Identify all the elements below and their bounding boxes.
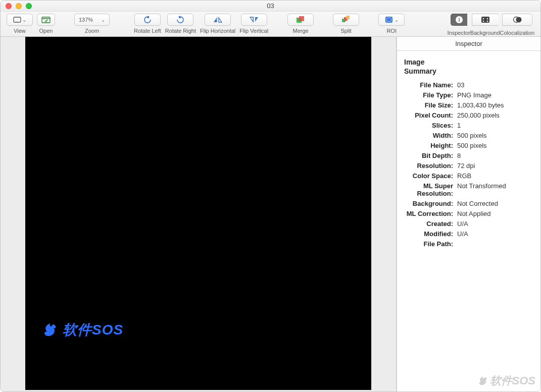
view-button[interactable]: ⌄ [7,14,33,26]
split-tool: Split [333,14,359,34]
flip-vertical-icon [249,16,259,23]
flip-horizontal-icon [213,16,223,23]
label-background: Background: [404,200,457,207]
flip-v-label: Flip Vertical [239,28,268,34]
svg-point-17 [516,17,521,23]
value-resolution: 72 dpi [457,162,533,170]
value-width: 500 pixels [457,132,533,139]
content-area: 软件SOS Inspector Image Summary File Name:… [1,37,540,391]
canvas-area[interactable]: 软件SOS [1,37,397,391]
merge-tool: Merge [287,14,314,34]
background-tool: Background [470,14,500,36]
roi-icon [385,16,393,23]
rotate-left-tool: Rotate Left [134,14,161,34]
chevron-down-icon: ⌄ [101,17,105,23]
label-height: Height: [404,142,457,149]
inspector-button[interactable]: i [451,14,467,26]
zoom-label: Zoom [85,28,99,34]
label-ml-super: ML SuperResolution: [404,182,457,197]
roi-tool: ⌄ ROI [378,14,405,34]
flip-horizontal-button[interactable] [205,14,231,26]
open-label: Open [39,28,53,34]
rotate-right-label: Rotate Right [165,28,196,34]
view-label: View [14,28,26,34]
colocalization-tool: Colocalization [500,14,534,36]
svg-rect-0 [14,17,21,22]
inspector-tab[interactable]: Inspector [397,37,540,51]
label-width: Width: [404,132,457,139]
rotate-left-label: Rotate Left [134,28,161,34]
label-color-space: Color Space: [404,172,457,180]
titlebar: 03 [1,1,540,12]
value-pixel-count: 250,000 pixels [457,111,533,119]
label-ml-correction: ML Correction: [404,210,457,217]
label-pixel-count: Pixel Count: [404,111,457,119]
svg-rect-11 [481,17,489,23]
background-icon [481,16,490,23]
view-icon [13,17,21,23]
rotate-right-icon [176,16,185,24]
value-slices: 1 [457,122,533,129]
inspector-sidebar: Inspector Image Summary File Name:03 Fil… [397,37,540,391]
value-created: U/A [457,220,533,228]
value-ml-super: Not Transformed [457,182,533,190]
value-modified: U/A [457,230,533,238]
value-height: 500 pixels [457,142,533,149]
panel-heading-summary: Summary [404,67,533,75]
inspector-panel: Image Summary File Name:03 File Type:PNG… [397,51,540,250]
value-background: Not Corrected [457,200,533,207]
value-color-space: RGB [457,172,533,180]
svg-point-12 [482,18,484,20]
panel-heading-image: Image [404,58,533,66]
zoom-button[interactable]: 137% ⌄ [74,14,110,26]
colocalization-button[interactable] [502,14,532,26]
label-slices: Slices: [404,122,457,129]
rotate-left-button[interactable] [134,14,161,26]
swirl-icon [42,322,58,338]
rotate-right-button[interactable] [167,14,193,26]
value-file-size: 1,003,430 bytes [457,101,533,109]
inspector-tab-label: Inspector [455,40,482,47]
chevron-down-icon: ⌄ [21,17,27,23]
label-file-size: File Size: [404,101,457,109]
label-file-path: File Path: [404,240,457,248]
inspector-tool: i Inspector [448,14,470,36]
svg-point-13 [486,18,488,20]
canvas-watermark: 软件SOS [42,320,123,340]
flip-vertical-button[interactable] [241,14,267,26]
window-title: 03 [1,2,540,10]
roi-label: ROI [386,28,397,34]
svg-point-15 [486,21,488,22]
label-resolution: Resolution: [404,162,457,170]
image-canvas: 软件SOS [25,37,371,390]
property-list: File Name:03 File Type:PNG Image File Si… [404,81,533,248]
flip-h-tool: Flip Horizontal [200,14,235,34]
svg-rect-3 [299,16,304,21]
open-tool: Open [37,14,55,34]
label-modified: Modified: [404,230,457,238]
merge-label: Merge [293,28,309,34]
flip-h-label: Flip Horizontal [200,28,235,34]
background-button[interactable] [472,14,498,26]
open-icon [41,16,51,23]
rotate-right-tool: Rotate Right [165,14,196,34]
svg-rect-6 [346,16,350,19]
label-bit-depth: Bit Depth: [404,152,457,159]
value-file-type: PNG Image [457,91,533,99]
toolbar: ⌄ View Open 137% ⌄ Zoom [1,12,540,37]
split-button[interactable] [333,14,359,26]
flip-v-tool: Flip Vertical [239,14,268,34]
value-file-name: 03 [457,81,533,89]
view-tool: ⌄ View [7,14,33,34]
zoom-value: 137% [79,17,93,23]
info-icon: i [455,16,463,24]
colocalization-label: Colocalization [500,30,534,36]
open-button[interactable] [37,14,55,26]
colocalization-icon [512,16,522,23]
rotate-left-icon [143,16,152,24]
value-bit-depth: 8 [457,152,533,159]
split-label: Split [340,28,351,34]
roi-button[interactable]: ⌄ [378,14,405,26]
merge-button[interactable] [287,14,314,26]
background-label: Background [470,30,500,36]
